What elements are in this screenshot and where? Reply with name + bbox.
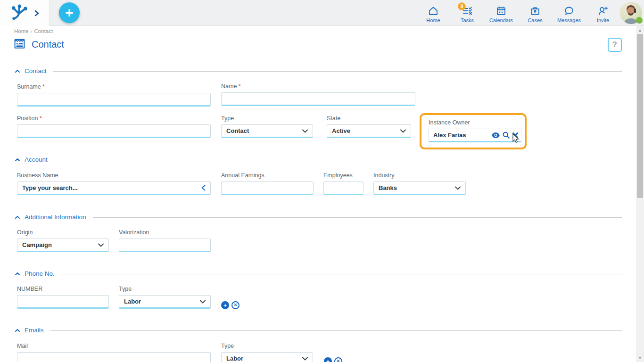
view-owner-button[interactable] [492, 132, 500, 138]
scroll-up-arrow-icon[interactable]: ▲ [636, 27, 644, 33]
form-content: Home›Contact Contact ? Contact Surname *… [0, 26, 636, 362]
state-select[interactable]: Active [327, 124, 411, 138]
type-select-value: Contact [226, 127, 249, 134]
field-phone-number: NUMBER [17, 286, 109, 309]
nav-messages[interactable]: Messages [555, 3, 583, 23]
scroll-down-arrow-icon[interactable]: ▼ [636, 354, 644, 361]
field-name: Name * [221, 83, 415, 106]
email-type-select-value: Labor [226, 355, 243, 362]
help-button[interactable]: ? [608, 38, 622, 52]
remove-phone-button[interactable]: ✕ [231, 301, 239, 309]
nav-label: Tasks [461, 17, 474, 23]
chevron-down-icon [302, 129, 308, 133]
breadcrumb-separator: › [31, 28, 33, 34]
name-input[interactable] [221, 92, 415, 106]
state-label: State [327, 115, 411, 122]
scrollbar-thumb[interactable] [637, 34, 643, 198]
required-mark: * [40, 115, 42, 122]
type-label: Type [221, 115, 313, 122]
sidebar-expand-icon[interactable] [34, 10, 40, 16]
type-select[interactable]: Contact [221, 124, 313, 138]
nav-invite[interactable]: Invite [589, 3, 617, 23]
search-owner-button[interactable] [503, 132, 510, 139]
collapse-icon[interactable] [14, 271, 21, 277]
field-origin: Origin Campaign [17, 229, 109, 252]
nav-tasks[interactable]: 9 Tasks [454, 3, 481, 23]
email-type-select[interactable]: Labor [221, 352, 313, 362]
chat-bubble-icon [563, 5, 575, 17]
logo-panel[interactable] [0, 0, 50, 26]
collapse-icon[interactable] [14, 157, 21, 163]
nav-cases[interactable]: Cases [521, 3, 549, 23]
chevron-down-icon [400, 129, 406, 133]
collapse-icon[interactable] [14, 214, 21, 220]
plus-icon: + [65, 6, 74, 20]
section-divider [50, 330, 622, 331]
breadcrumb-home[interactable]: Home [14, 28, 29, 34]
industry-select[interactable]: Banks [373, 181, 466, 195]
nav-label: Invite [597, 17, 609, 23]
field-industry: Industry Banks [373, 172, 466, 195]
page-title: Contact [32, 39, 64, 50]
field-phone-type: Type Labor [119, 286, 211, 309]
position-input[interactable] [17, 124, 211, 138]
close-icon [512, 132, 518, 138]
breadcrumb: Home›Contact [14, 28, 53, 34]
tasks-badge: 9 [458, 2, 466, 10]
calendar-icon [495, 5, 507, 17]
field-employees: Employees [323, 172, 363, 195]
nav-calendars[interactable]: Calendars [487, 3, 515, 23]
section-account-header: Account [14, 156, 622, 163]
search-icon [503, 132, 510, 139]
business-name-label: Business Name [17, 172, 211, 179]
section-emails-header: Emails [14, 327, 622, 334]
annual-earnings-input[interactable] [221, 181, 314, 195]
surname-label: Surname * [17, 83, 211, 90]
chevron-down-icon [98, 243, 104, 247]
remove-email-button[interactable]: ✕ [334, 357, 342, 362]
add-email-button[interactable]: + [324, 357, 332, 362]
industry-select-value: Banks [379, 184, 397, 191]
instance-owner-highlight: Instance Owner Alex Farias [420, 113, 527, 149]
section-title: Phone No. [25, 270, 55, 277]
home-icon [428, 5, 439, 17]
field-position: Position * [17, 115, 211, 138]
surname-input[interactable] [17, 93, 211, 107]
nav-label: Calendars [489, 17, 513, 23]
field-mail: Mail [17, 343, 211, 362]
vertical-scrollbar[interactable]: ▲ ▼ [636, 26, 644, 362]
field-email-type: Type Labor [221, 343, 313, 362]
origin-select[interactable]: Campaign [17, 239, 109, 252]
valorization-label: Valorization [119, 229, 211, 236]
add-record-button[interactable]: + [59, 2, 80, 23]
nav-home[interactable]: Home [420, 3, 447, 23]
phone-type-select[interactable]: Labor [119, 295, 211, 309]
chevron-down-icon [302, 357, 308, 361]
phone-number-input[interactable] [17, 295, 109, 309]
required-mark: * [42, 83, 45, 90]
section-divider [61, 274, 622, 274]
app-logo-icon [9, 3, 29, 23]
mail-label: Mail [17, 343, 211, 349]
field-instance-owner: Instance Owner Alex Farias [429, 119, 521, 142]
breadcrumb-current: Contact [34, 28, 53, 34]
section-additional-header: Additional Information [14, 214, 622, 221]
business-name-search-input[interactable]: Type your search... [17, 181, 211, 195]
clear-owner-button[interactable] [512, 132, 518, 138]
mail-input[interactable] [17, 352, 211, 362]
collapse-icon[interactable] [14, 68, 21, 74]
collapse-icon[interactable] [14, 328, 21, 333]
person-add-icon [597, 5, 609, 17]
employees-input[interactable] [323, 181, 363, 195]
name-label: Name * [221, 83, 415, 90]
valorization-input[interactable] [119, 239, 211, 252]
origin-label: Origin [17, 229, 109, 236]
instance-owner-input[interactable]: Alex Farias [429, 129, 521, 142]
field-annual-earnings: Annual Earnings [221, 172, 314, 195]
question-mark-icon: ? [612, 41, 617, 49]
section-phone-header: Phone No. [14, 270, 622, 277]
chevron-left-icon[interactable] [201, 185, 206, 191]
add-phone-button[interactable]: + [221, 301, 229, 309]
top-header: + Home 9 Tasks [0, 0, 644, 26]
employees-label: Employees [323, 172, 363, 179]
